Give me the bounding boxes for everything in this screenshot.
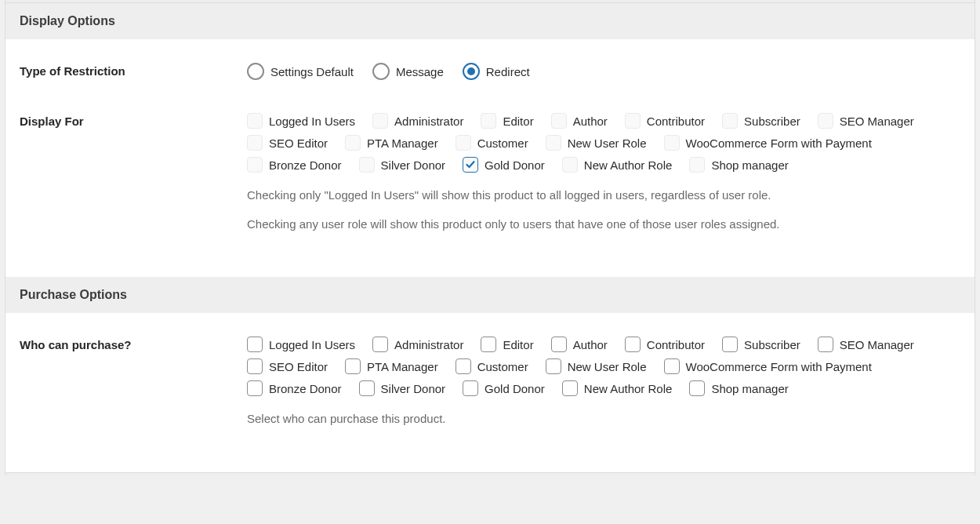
help-line: Checking any user role will show this pr… — [247, 216, 960, 234]
section-header-display-options: Display Options — [5, 3, 975, 39]
checkbox-icon — [359, 157, 375, 173]
controls-who-can-purchase: Logged In UsersAdministratorEditorAuthor… — [247, 337, 960, 439]
checkbox-icon — [818, 337, 833, 352]
checkbox-role[interactable]: Shop manager — [689, 157, 788, 173]
checkbox-label: Administrator — [394, 115, 463, 128]
checkbox-role[interactable]: New User Role — [546, 135, 647, 151]
checkbox-role[interactable]: SEO Manager — [818, 337, 914, 352]
checkbox-role[interactable]: Author — [551, 337, 608, 352]
checkbox-role[interactable]: Editor — [481, 113, 533, 129]
checkbox-group-purchase: Logged In UsersAdministratorEditorAuthor… — [247, 337, 960, 396]
checkbox-label: Customer — [477, 360, 528, 373]
checkbox-role[interactable]: Editor — [481, 337, 533, 352]
checkbox-label: SEO Editor — [269, 360, 328, 373]
checkbox-label: Editor — [503, 115, 533, 128]
checkbox-label: Logged In Users — [269, 338, 355, 351]
checkbox-label: Shop manager — [711, 382, 788, 395]
checkbox-role[interactable]: Subscriber — [722, 113, 800, 129]
radio-restriction[interactable]: Settings Default — [247, 63, 354, 80]
radio-group-restriction: Settings DefaultMessageRedirect — [247, 63, 960, 80]
checkbox-role[interactable]: Logged In Users — [247, 113, 355, 129]
checkbox-icon — [818, 113, 833, 129]
checkbox-group-display-for: Logged In UsersAdministratorEditorAuthor… — [247, 113, 960, 173]
checkbox-role[interactable]: Subscriber — [722, 337, 800, 352]
checkbox-role[interactable]: New Author Role — [562, 157, 673, 173]
help-text-purchase: Select who can purchase this product. — [247, 410, 960, 428]
checkbox-label: Administrator — [394, 338, 463, 351]
checkbox-icon — [247, 135, 263, 151]
checkbox-role[interactable]: PTA Manager — [345, 358, 438, 374]
section-body-display-options: Type of Restriction Settings DefaultMess… — [5, 39, 975, 277]
checkbox-role[interactable]: Administrator — [372, 337, 463, 352]
checkbox-label: WooCommerce Form with Payment — [686, 360, 872, 373]
checkbox-icon — [247, 337, 263, 352]
checkbox-role[interactable]: WooCommerce Form with Payment — [664, 358, 872, 374]
checkbox-label: Editor — [503, 338, 533, 351]
checkbox-icon — [562, 157, 578, 173]
radio-restriction[interactable]: Message — [372, 63, 444, 80]
checkbox-role[interactable]: Gold Donor — [463, 157, 545, 173]
help-line: Checking only "Logged In Users" will sho… — [247, 187, 960, 205]
radio-restriction[interactable]: Redirect — [463, 63, 530, 80]
checkbox-role[interactable]: New User Role — [546, 358, 647, 374]
checkbox-label: PTA Manager — [367, 360, 438, 373]
checkbox-role[interactable]: Logged In Users — [247, 337, 355, 352]
checkbox-label: Bronze Donor — [269, 382, 342, 395]
checkbox-icon — [689, 157, 705, 173]
row-display-for: Display For Logged In UsersAdministrator… — [20, 113, 960, 244]
checkbox-role[interactable]: Contributor — [625, 337, 705, 352]
checkbox-role[interactable]: Contributor — [625, 113, 705, 129]
checkbox-label: Subscriber — [744, 115, 800, 128]
checkbox-role[interactable]: Silver Donor — [359, 380, 446, 396]
checkbox-label: New User Role — [568, 136, 647, 150]
checkbox-role[interactable]: New Author Role — [562, 380, 673, 396]
checkbox-icon — [345, 358, 361, 374]
checkbox-icon — [463, 157, 478, 173]
section-title: Purchase Options — [20, 288, 127, 301]
section-body-purchase-options: Who can purchase? Logged In UsersAdminis… — [5, 313, 975, 472]
checkbox-label: Bronze Donor — [269, 158, 342, 172]
checkbox-role[interactable]: Silver Donor — [359, 157, 446, 173]
section-title: Display Options — [20, 14, 115, 27]
checkbox-role[interactable]: SEO Editor — [247, 358, 328, 374]
checkbox-role[interactable]: SEO Manager — [818, 113, 914, 129]
row-who-can-purchase: Who can purchase? Logged In UsersAdminis… — [20, 337, 960, 439]
settings-page: Display Options Type of Restriction Sett… — [5, 0, 975, 475]
checkbox-icon — [456, 135, 471, 151]
checkbox-icon — [247, 358, 263, 374]
checkbox-role[interactable]: Gold Donor — [463, 380, 545, 396]
checkbox-role[interactable]: Administrator — [372, 113, 463, 129]
checkbox-icon — [359, 380, 375, 396]
checkbox-role[interactable]: Shop manager — [689, 380, 788, 396]
checkbox-label: Silver Donor — [381, 158, 446, 172]
checkbox-icon — [546, 135, 561, 151]
checkbox-role[interactable]: PTA Manager — [345, 135, 438, 151]
checkbox-role[interactable]: Author — [551, 113, 608, 129]
help-line: Select who can purchase this product. — [247, 410, 960, 428]
checkbox-icon — [372, 113, 388, 129]
checkbox-label: Author — [573, 115, 608, 128]
radio-label: Settings Default — [270, 65, 354, 78]
label-type-of-restriction: Type of Restriction — [20, 63, 247, 80]
checkbox-role[interactable]: Bronze Donor — [247, 157, 342, 173]
checkbox-label: New User Role — [568, 360, 647, 373]
checkbox-icon — [689, 380, 705, 396]
checkbox-label: Customer — [477, 136, 528, 150]
checkbox-role[interactable]: WooCommerce Form with Payment — [664, 135, 872, 151]
checkbox-icon — [481, 113, 496, 129]
checkbox-icon — [551, 337, 567, 352]
radio-label: Message — [396, 65, 444, 78]
checkbox-icon — [722, 337, 738, 352]
checkbox-icon — [463, 380, 478, 396]
checkbox-icon — [247, 380, 263, 396]
checkbox-label: SEO Manager — [840, 338, 914, 351]
checkbox-role[interactable]: Customer — [456, 135, 528, 151]
controls-type-of-restriction: Settings DefaultMessageRedirect — [247, 63, 960, 80]
row-type-of-restriction: Type of Restriction Settings DefaultMess… — [20, 63, 960, 80]
checkbox-role[interactable]: Bronze Donor — [247, 380, 342, 396]
bottom-bar — [5, 472, 975, 475]
checkbox-role[interactable]: Customer — [456, 358, 528, 374]
checkbox-icon — [481, 337, 496, 352]
checkbox-label: Gold Donor — [485, 158, 545, 172]
checkbox-role[interactable]: SEO Editor — [247, 135, 328, 151]
